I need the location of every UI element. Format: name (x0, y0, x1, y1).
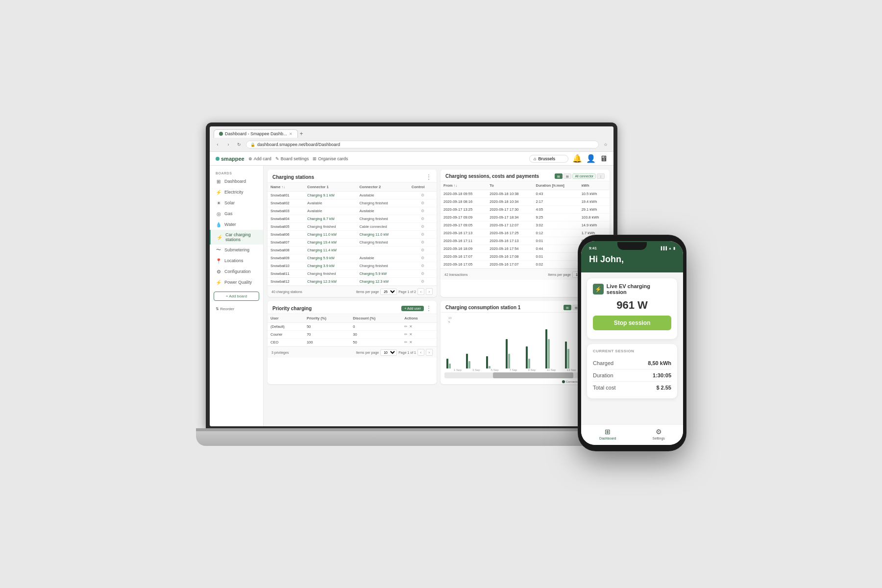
table-row: Snowball07 Charging 19.4 kW Charging fin… (268, 239, 437, 246)
organise-label: Organise cards (318, 156, 348, 161)
logo-text: smappee (221, 156, 245, 162)
sidebar-label-dashboard: Dashboard (224, 179, 246, 184)
table-row: 2020-09-18 08:16 2020-09-18 10:34 2:17 1… (441, 198, 610, 206)
phone-header: Hi John, (581, 252, 683, 272)
reorder-button[interactable]: ⇅ Reorder (210, 305, 263, 313)
priority-col-discount: Discount (%) (350, 314, 401, 323)
phone-screen: 9:41 ▐▐▐ ▲ ▮ Hi John, ⚡ Live EV charging… (581, 241, 683, 445)
bookmark-button[interactable]: ☆ (602, 141, 610, 148)
board-settings-icon: ✎ (275, 156, 279, 161)
phone-nav-settings[interactable]: ⚙ Settings (653, 428, 665, 440)
add-card-icon: ⊕ (248, 156, 252, 161)
phone-nav-dashboard[interactable]: ⊞ Dashboard (599, 428, 616, 440)
submetering-icon: 〜 (216, 247, 221, 253)
duration-label: Duration (593, 372, 613, 378)
chart-x-label: 1 Sep (454, 368, 462, 371)
charged-value: 8,50 kWh (648, 360, 671, 366)
table-row: Courier 70 30 ✏ ✕ (268, 331, 437, 339)
bar-connector2 (508, 354, 510, 368)
location-search[interactable]: ⌂ Brussels (529, 155, 568, 163)
col-c1: Connector 1 (304, 183, 356, 192)
sidebar-section: BOARDS (210, 170, 263, 176)
bar-connector2 (489, 366, 490, 368)
bar-connector2 (548, 339, 550, 368)
tab-close[interactable]: ✕ (289, 132, 293, 136)
add-card-button[interactable]: ⊕ Add card (248, 156, 271, 161)
priority-per-page-select[interactable]: 10 (380, 349, 397, 356)
tab-favicon (219, 132, 223, 136)
add-board-button[interactable]: + Add board (214, 292, 259, 301)
sidebar-item-car-charging[interactable]: ⚡ Car charging stations (210, 230, 263, 245)
table-row: 2020-09-17 09:05 2020-09-17 12:07 3:02 1… (441, 221, 610, 229)
stations-per-page-select[interactable]: 25 (380, 289, 397, 295)
bar-connector1 (486, 356, 488, 368)
sessions-btn-1[interactable]: ▤ (555, 173, 563, 179)
sessions-header: Charging sessions, costs and payments ▤ … (441, 170, 610, 181)
priority-next-page[interactable]: › (426, 349, 433, 356)
sidebar-item-water[interactable]: 💧 Water (210, 219, 263, 230)
address-bar[interactable]: 🔒 dashboard.smappee.net/board/Dashboard (246, 141, 599, 148)
search-text: Brussels (538, 156, 555, 161)
phone-nav-settings-label: Settings (653, 437, 665, 440)
dashboard-icon: ⊞ (216, 178, 221, 184)
table-row: Snowball03 Available Available ⚙ (268, 207, 437, 215)
bar-connector1 (565, 342, 567, 368)
monitor-icon[interactable]: 🖥 (600, 154, 608, 163)
priority-menu[interactable]: ⋮ (426, 305, 432, 312)
new-tab-button[interactable]: + (300, 130, 303, 137)
phone: 9:41 ▐▐▐ ▲ ▮ Hi John, ⚡ Live EV charging… (578, 235, 686, 451)
sidebar-item-configuration[interactable]: ⚙ Configuration (210, 266, 263, 277)
forward-button[interactable]: › (224, 141, 232, 148)
stop-session-button[interactable]: Stop session (593, 316, 671, 330)
sidebar-item-submetering[interactable]: 〜 Submetering (210, 245, 263, 255)
reload-button[interactable]: ↻ (235, 141, 243, 148)
legend-dot-c1 (562, 380, 565, 383)
browser-tabs: Dashboard - Smappee Dashb... ✕ + (214, 129, 610, 138)
bar-connector1 (466, 354, 468, 368)
car-charging-icon: ⚡ (217, 234, 222, 240)
back-button[interactable]: ‹ (214, 141, 221, 148)
phone-nav-settings-icon: ⚙ (656, 428, 662, 436)
laptop-screen-frame: Dashboard - Smappee Dashb... ✕ + ‹ › ↻ 🔒… (206, 122, 617, 428)
bar-connector1 (526, 346, 528, 368)
table-row: Snowball10 Charging 3.9 kW Charging fini… (268, 262, 437, 270)
board-settings-label: Board settings (281, 156, 309, 161)
sessions-btn-3[interactable]: ⋮ (597, 173, 605, 179)
priority-controls: + Add user ⋮ (401, 305, 432, 312)
sidebar-item-power-quality[interactable]: ⚡ Power Quality (210, 277, 263, 288)
sidebar-item-solar[interactable]: ☀ Solar (210, 197, 263, 208)
organise-cards-button[interactable]: ⊞ Organise cards (313, 156, 348, 161)
wifi-icon: ▲ (668, 246, 672, 250)
sidebar-label-gas: Gas (224, 211, 233, 216)
ev-charging-card: ⚡ Live EV charging session 961 W Stop se… (587, 278, 677, 339)
chart-range-handle[interactable] (493, 372, 574, 378)
charging-stations-menu[interactable]: ⋮ (426, 173, 432, 180)
chart-btn-1[interactable]: ▤ (564, 305, 571, 310)
priority-col-priority: Priority (%) (304, 314, 350, 323)
connector-filter[interactable]: All connector (572, 173, 596, 179)
notification-icon[interactable]: 🔔 (572, 154, 582, 163)
power-quality-icon: ⚡ (216, 279, 221, 285)
browser-tab-active[interactable]: Dashboard - Smappee Dashb... ✕ (214, 129, 298, 138)
sidebar-item-locations[interactable]: 📍 Locations (210, 255, 263, 266)
phone-body: ⚡ Live EV charging session 961 W Stop se… (581, 272, 683, 424)
sessions-btn-2[interactable]: ▤ (564, 173, 571, 179)
phone-frame: 9:41 ▐▐▐ ▲ ▮ Hi John, ⚡ Live EV charging… (578, 235, 686, 451)
col-c2: Connector 2 (356, 183, 408, 192)
bar-connector1 (506, 339, 508, 368)
sidebar-label-water: Water (224, 222, 236, 227)
add-user-button[interactable]: + Add user (401, 306, 424, 311)
board-settings-button[interactable]: ✎ Board settings (275, 156, 309, 161)
stations-prev-page[interactable]: ‹ (417, 288, 424, 295)
priority-body: User Priority (%) Discount (%) Actions (… (268, 314, 437, 358)
tab-title: Dashboard - Smappee Dashb... (225, 131, 287, 136)
sidebar-item-electricity[interactable]: ⚡ Electricity (210, 187, 263, 197)
bar-connector2 (528, 359, 530, 368)
user-icon[interactable]: 👤 (586, 154, 596, 163)
phone-notch (617, 242, 647, 250)
priority-prev-page[interactable]: ‹ (417, 349, 424, 356)
water-icon: 💧 (216, 221, 221, 227)
sidebar-item-dashboard[interactable]: ⊞ Dashboard (210, 176, 263, 187)
stations-next-page[interactable]: › (426, 288, 433, 295)
sidebar-item-gas[interactable]: ◎ Gas (210, 208, 263, 219)
